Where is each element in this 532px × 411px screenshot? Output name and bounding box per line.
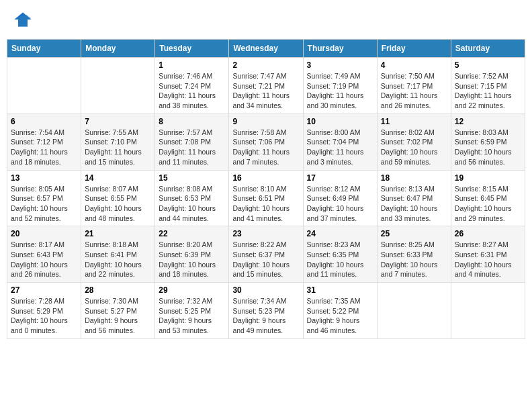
calendar-cell: 20Sunrise: 8:17 AM Sunset: 6:43 PM Dayli… (7, 226, 81, 283)
day-info: Sunrise: 7:52 AM Sunset: 7:15 PM Dayligh… (455, 71, 521, 111)
day-number: 1 (159, 60, 225, 70)
day-info: Sunrise: 7:47 AM Sunset: 7:21 PM Dayligh… (232, 71, 299, 111)
day-number: 16 (232, 173, 299, 183)
calendar-cell: 27Sunrise: 7:28 AM Sunset: 5:29 PM Dayli… (7, 283, 81, 339)
day-number: 6 (11, 117, 77, 126)
day-info: Sunrise: 7:49 AM Sunset: 7:19 PM Dayligh… (307, 71, 373, 111)
day-number: 10 (307, 117, 373, 126)
day-info: Sunrise: 8:20 AM Sunset: 6:39 PM Dayligh… (159, 240, 225, 279)
day-info: Sunrise: 8:18 AM Sunset: 6:41 PM Dayligh… (85, 240, 151, 279)
calendar-cell: 25Sunrise: 8:25 AM Sunset: 6:33 PM Dayli… (377, 226, 451, 283)
day-number: 27 (11, 285, 77, 295)
day-number: 9 (232, 117, 299, 126)
calendar-cell: 24Sunrise: 8:23 AM Sunset: 6:35 PM Dayli… (303, 226, 377, 283)
calendar-cell: 17Sunrise: 8:12 AM Sunset: 6:49 PM Dayli… (303, 170, 377, 226)
day-number: 30 (232, 285, 299, 295)
day-number: 25 (381, 229, 447, 238)
day-number: 7 (85, 117, 151, 126)
calendar-cell: 30Sunrise: 7:34 AM Sunset: 5:23 PM Dayli… (229, 283, 303, 339)
day-number: 14 (85, 173, 151, 183)
calendar-cell: 2Sunrise: 7:47 AM Sunset: 7:21 PM Daylig… (229, 58, 303, 114)
calendar-cell (81, 58, 155, 114)
day-number: 17 (307, 173, 373, 183)
day-info: Sunrise: 7:58 AM Sunset: 7:06 PM Dayligh… (232, 128, 299, 167)
calendar-cell: 4Sunrise: 7:50 AM Sunset: 7:17 PM Daylig… (377, 58, 451, 114)
day-info: Sunrise: 8:03 AM Sunset: 6:59 PM Dayligh… (455, 128, 521, 167)
calendar-cell: 18Sunrise: 8:13 AM Sunset: 6:47 PM Dayli… (377, 170, 451, 226)
day-info: Sunrise: 8:22 AM Sunset: 6:37 PM Dayligh… (232, 240, 299, 279)
calendar-cell: 16Sunrise: 8:10 AM Sunset: 6:51 PM Dayli… (229, 170, 303, 226)
day-of-week-header: Wednesday (229, 40, 303, 58)
day-info: Sunrise: 8:12 AM Sunset: 6:49 PM Dayligh… (307, 184, 373, 224)
day-of-week-header: Sunday (7, 40, 81, 58)
calendar-cell: 22Sunrise: 8:20 AM Sunset: 6:39 PM Dayli… (155, 226, 229, 283)
day-number: 12 (455, 117, 521, 126)
calendar-week-row: 20Sunrise: 8:17 AM Sunset: 6:43 PM Dayli… (7, 226, 525, 283)
calendar-week-row: 27Sunrise: 7:28 AM Sunset: 5:29 PM Dayli… (7, 283, 525, 339)
calendar-cell: 15Sunrise: 8:08 AM Sunset: 6:53 PM Dayli… (155, 170, 229, 226)
calendar-cell: 3Sunrise: 7:49 AM Sunset: 7:19 PM Daylig… (303, 58, 377, 114)
day-of-week-header: Thursday (303, 40, 377, 58)
day-info: Sunrise: 7:28 AM Sunset: 5:29 PM Dayligh… (11, 296, 77, 336)
calendar-cell: 11Sunrise: 8:02 AM Sunset: 7:02 PM Dayli… (377, 113, 451, 170)
calendar-cell: 10Sunrise: 8:00 AM Sunset: 7:04 PM Dayli… (303, 113, 377, 170)
day-number: 13 (11, 173, 77, 183)
calendar-cell: 21Sunrise: 8:18 AM Sunset: 6:41 PM Dayli… (81, 226, 155, 283)
day-info: Sunrise: 8:23 AM Sunset: 6:35 PM Dayligh… (307, 240, 373, 279)
day-of-week-header: Saturday (451, 40, 525, 58)
day-info: Sunrise: 8:08 AM Sunset: 6:53 PM Dayligh… (159, 184, 225, 224)
day-info: Sunrise: 8:02 AM Sunset: 7:02 PM Dayligh… (381, 128, 447, 167)
day-info: Sunrise: 8:27 AM Sunset: 6:31 PM Dayligh… (455, 240, 521, 279)
day-info: Sunrise: 8:05 AM Sunset: 6:57 PM Dayligh… (11, 184, 77, 224)
day-info: Sunrise: 7:57 AM Sunset: 7:08 PM Dayligh… (159, 128, 225, 167)
day-number: 22 (159, 229, 225, 238)
day-number: 2 (232, 60, 299, 70)
calendar-cell: 5Sunrise: 7:52 AM Sunset: 7:15 PM Daylig… (451, 58, 525, 114)
day-number: 15 (159, 173, 225, 183)
day-info: Sunrise: 8:07 AM Sunset: 6:55 PM Dayligh… (85, 184, 151, 224)
calendar-cell: 9Sunrise: 7:58 AM Sunset: 7:06 PM Daylig… (229, 113, 303, 170)
logo (13, 10, 35, 29)
calendar-cell: 7Sunrise: 7:55 AM Sunset: 7:10 PM Daylig… (81, 113, 155, 170)
calendar-cell: 14Sunrise: 8:07 AM Sunset: 6:55 PM Dayli… (81, 170, 155, 226)
day-number: 29 (159, 285, 225, 295)
logo-icon (13, 10, 32, 29)
day-info: Sunrise: 7:30 AM Sunset: 5:27 PM Dayligh… (85, 296, 151, 336)
day-info: Sunrise: 8:13 AM Sunset: 6:47 PM Dayligh… (381, 184, 447, 224)
day-number: 28 (85, 285, 151, 295)
day-info: Sunrise: 7:54 AM Sunset: 7:12 PM Dayligh… (11, 128, 77, 167)
day-info: Sunrise: 8:17 AM Sunset: 6:43 PM Dayligh… (11, 240, 77, 279)
day-of-week-header: Friday (377, 40, 451, 58)
calendar-cell: 29Sunrise: 7:32 AM Sunset: 5:25 PM Dayli… (155, 283, 229, 339)
day-info: Sunrise: 7:55 AM Sunset: 7:10 PM Dayligh… (85, 128, 151, 167)
day-of-week-header: Monday (81, 40, 155, 58)
calendar-cell: 8Sunrise: 7:57 AM Sunset: 7:08 PM Daylig… (155, 113, 229, 170)
calendar-cell: 26Sunrise: 8:27 AM Sunset: 6:31 PM Dayli… (451, 226, 525, 283)
calendar-cell: 1Sunrise: 7:46 AM Sunset: 7:24 PM Daylig… (155, 58, 229, 114)
calendar-week-row: 6Sunrise: 7:54 AM Sunset: 7:12 PM Daylig… (7, 113, 525, 170)
calendar-cell: 13Sunrise: 8:05 AM Sunset: 6:57 PM Dayli… (7, 170, 81, 226)
calendar-week-row: 13Sunrise: 8:05 AM Sunset: 6:57 PM Dayli… (7, 170, 525, 226)
day-number: 5 (455, 60, 521, 70)
day-number: 19 (455, 173, 521, 183)
day-number: 18 (381, 173, 447, 183)
day-of-week-header: Tuesday (155, 40, 229, 58)
day-info: Sunrise: 7:46 AM Sunset: 7:24 PM Dayligh… (159, 71, 225, 111)
calendar-cell: 12Sunrise: 8:03 AM Sunset: 6:59 PM Dayli… (451, 113, 525, 170)
day-number: 21 (85, 229, 151, 238)
day-info: Sunrise: 8:25 AM Sunset: 6:33 PM Dayligh… (381, 240, 447, 279)
day-number: 4 (381, 60, 447, 70)
day-info: Sunrise: 7:34 AM Sunset: 5:23 PM Dayligh… (232, 296, 299, 336)
calendar-cell (451, 283, 525, 339)
day-info: Sunrise: 8:10 AM Sunset: 6:51 PM Dayligh… (232, 184, 299, 224)
calendar-cell: 6Sunrise: 7:54 AM Sunset: 7:12 PM Daylig… (7, 113, 81, 170)
calendar-header-row: SundayMondayTuesdayWednesdayThursdayFrid… (7, 40, 525, 58)
day-info: Sunrise: 8:15 AM Sunset: 6:45 PM Dayligh… (455, 184, 521, 224)
calendar-week-row: 1Sunrise: 7:46 AM Sunset: 7:24 PM Daylig… (7, 58, 525, 114)
day-info: Sunrise: 8:00 AM Sunset: 7:04 PM Dayligh… (307, 128, 373, 167)
calendar-table: SundayMondayTuesdayWednesdayThursdayFrid… (7, 39, 525, 339)
calendar-cell: 19Sunrise: 8:15 AM Sunset: 6:45 PM Dayli… (451, 170, 525, 226)
day-number: 11 (381, 117, 447, 126)
calendar-cell (7, 58, 81, 114)
day-number: 23 (232, 229, 299, 238)
